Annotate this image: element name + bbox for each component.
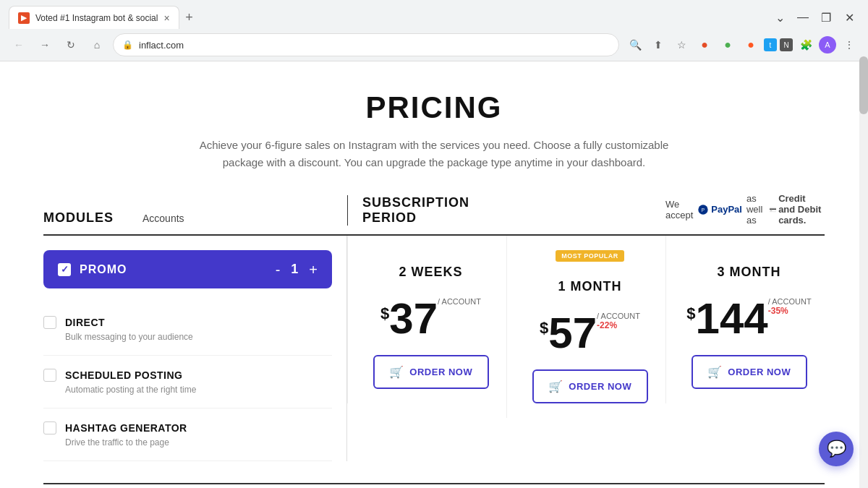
plan-1month-discount: -22% [597,320,640,330]
cart-icon: 🛒 [389,365,404,379]
browser-toolbar: ← → ↻ ⌂ 🔒 inflact.com 🔍 ⬆ ☆ ● ● ● t N 🧩 … [0,29,868,61]
plan-2weeks-name: 2 WEEKS [399,265,462,280]
plan-1month: MOST POPULAR 1 MONTH $ 57 / ACCOUNT -22%… [506,236,665,418]
payment-text: We accept [665,199,693,221]
hashtag-checkbox[interactable] [43,421,56,435]
hashtag-label: HASHTAG GENERATOR [65,422,187,434]
order-1month-button[interactable]: 🛒 ORDER NOW [532,369,648,403]
plan-3month-name: 3 MONTH [718,265,781,280]
tab-close-button[interactable]: × [163,13,169,23]
new-tab-button[interactable]: + [179,7,200,27]
search-icon[interactable]: 🔍 [625,35,645,55]
back-button[interactable]: ← [9,35,29,55]
paypal-label: PayPal [711,204,742,215]
toolbar-icons: 🔍 ⬆ ☆ ● ● ● t N 🧩 A ⋮ [625,35,859,55]
plan-3month-amount: 144 [696,297,768,341]
module-item-hashtag: HASHTAG GENERATOR Drive the traffic to t… [43,408,332,461]
plan-3month: 3 MONTH $ 144 / ACCOUNT -35% 🛒 ORDER NOW [665,236,825,403]
credit-label: Credit and Debit cards. [778,193,825,226]
quantity-control: - 1 + [276,262,318,277]
promo-module-item[interactable]: ✓ PROMO - 1 + [43,250,332,288]
forward-button[interactable]: → [35,35,55,55]
credit-card-icon [770,204,776,215]
quantity-value: 1 [287,262,302,277]
menu-icon[interactable]: ⋮ [839,35,859,55]
pricing-body: ✓ PROMO - 1 + DIRECT Bulk messaging to y… [43,236,825,461]
quantity-decrease-button[interactable]: - [276,262,281,277]
modules-label: MODULES [43,210,114,226]
plan-3month-discount: -35% [768,306,812,316]
payment-also-text: as well as [746,193,765,226]
direct-checkbox[interactable] [43,316,56,329]
accounts-label: Accounts [142,213,199,224]
plan-2weeks: 2 WEEKS $ 37 / ACCOUNT 🛒 ORDER NOW [347,236,506,403]
svg-text:P: P [702,207,705,212]
direct-label: DIRECT [65,317,105,328]
plan-1month-currency: $ [540,319,548,338]
ext2-icon[interactable]: ● [741,35,761,55]
chat-icon: 💬 [827,440,846,458]
pricing-header: PRICING Achieve your 6-figure sales on I… [43,61,825,193]
share-icon[interactable]: ⬆ [648,35,668,55]
extensions-icon[interactable]: 🧩 [796,35,816,55]
page-title: PRICING [43,90,825,125]
ext1-icon[interactable]: ● [718,35,738,55]
scrollbar[interactable] [859,56,868,488]
direct-desc: Bulk messaging to your audience [65,332,332,342]
tab-title: Voted #1 Instagram bot & social [35,13,158,23]
page-content: PRICING Achieve your 6-figure sales on I… [14,61,854,488]
plan-1month-per-account: / ACCOUNT [597,312,640,320]
pricing-subtitle: Achieve your 6-figure sales on Instagram… [188,137,680,171]
module-item-direct: DIRECT Bulk messaging to your audience [43,303,332,356]
maximize-button[interactable]: ❐ [816,7,836,27]
ext3-icon[interactable]: t [764,38,777,51]
order-2weeks-button[interactable]: 🛒 ORDER NOW [373,355,489,389]
opera-icon[interactable]: ● [694,35,715,55]
refresh-button[interactable]: ↻ [61,35,81,55]
quantity-increase-button[interactable]: + [309,262,318,277]
hashtag-desc: Drive the traffic to the page [65,437,332,448]
address-bar[interactable]: 🔒 inflact.com [113,33,619,56]
pricing-table-header: MODULES Accounts SUBSCRIPTION PERIOD We … [43,193,825,236]
url-text: inflact.com [139,40,610,51]
scrollbar-thumb[interactable] [859,56,868,114]
tab-favicon: ▶ [18,12,30,24]
browser-tab[interactable]: ▶ Voted #1 Instagram bot & social × [9,6,179,29]
chevron-down-icon[interactable]: ⌄ [770,7,790,27]
cart-icon-3month: 🛒 [707,365,723,379]
plan-1month-name: 1 MONTH [558,279,622,294]
cart-icon-1month: 🛒 [548,380,563,393]
subscription-period-label: SUBSCRIPTION PERIOD [362,195,469,225]
full-features-section: FULL FEATURES LIST ♡ Target followers li… [43,483,825,488]
promo-label: PROMO [80,263,267,276]
payment-info: We accept P PayPal as well as Credit and… [665,193,825,226]
chat-button[interactable]: 💬 [819,432,854,466]
plan-2weeks-per-account: / ACCOUNT [438,297,481,306]
plan-3month-per-account: / ACCOUNT [768,297,812,306]
plan-2weeks-amount: 37 [389,297,438,341]
plan-2weeks-price: $ 37 / ACCOUNT [380,297,481,341]
order-1month-label: ORDER NOW [569,381,631,392]
browser-chrome: ▶ Voted #1 Instagram bot & social × + ⌄ … [0,0,868,61]
lock-icon: 🔒 [122,40,133,50]
ext4-icon[interactable]: N [780,38,793,51]
scheduled-checkbox[interactable] [43,369,56,382]
star-icon[interactable]: ☆ [671,35,692,55]
plan-1month-price: $ 57 / ACCOUNT -22% [540,312,640,355]
plan-3month-currency: $ [686,304,695,323]
order-3month-button[interactable]: 🛒 ORDER NOW [692,355,807,389]
promo-checkbox[interactable]: ✓ [58,263,71,276]
plan-3month-price: $ 144 / ACCOUNT -35% [686,297,811,341]
module-item-scheduled: SCHEDULED POSTING Automatic posting at t… [43,356,332,408]
home-button[interactable]: ⌂ [87,35,107,55]
avatar[interactable]: A [819,36,836,53]
modules-column: ✓ PROMO - 1 + DIRECT Bulk messaging to y… [43,236,347,461]
paypal-icon: P [697,204,709,215]
svg-rect-4 [770,210,772,210]
most-popular-badge: MOST POPULAR [556,250,624,262]
minimize-button[interactable]: — [793,7,813,27]
window-controls: ⌄ — ❐ ✕ [770,7,859,27]
order-3month-label: ORDER NOW [728,367,791,377]
scheduled-desc: Automatic posting at the right time [65,385,332,395]
close-button[interactable]: ✕ [839,7,859,27]
